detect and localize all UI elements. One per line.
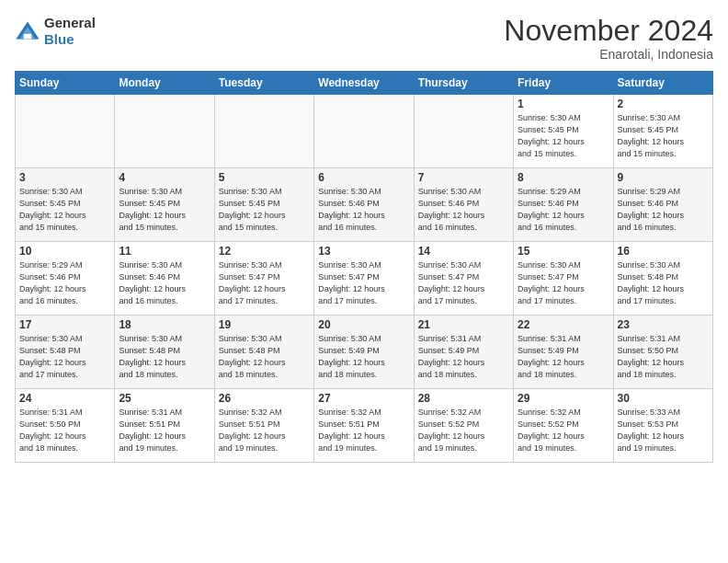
day-info: Sunrise: 5:30 AM Sunset: 5:45 PM Dayligh… [119,186,210,234]
day-info: Sunrise: 5:29 AM Sunset: 5:46 PM Dayligh… [19,259,110,307]
day-number: 19 [219,318,310,331]
day-number: 4 [119,171,210,184]
calendar: SundayMondayTuesdayWednesdayThursdayFrid… [15,71,713,463]
weekday-header-saturday: Saturday [613,72,712,95]
weekday-header-wednesday: Wednesday [314,72,414,95]
day-info: Sunrise: 5:33 AM Sunset: 5:53 PM Dayligh… [618,407,709,454]
day-info: Sunrise: 5:32 AM Sunset: 5:52 PM Dayligh… [418,407,509,454]
calendar-cell: 2Sunrise: 5:30 AM Sunset: 5:45 PM Daylig… [613,95,712,168]
day-number: 13 [318,245,409,258]
day-number: 27 [318,392,409,405]
day-number: 7 [418,171,509,184]
day-number: 23 [618,318,709,331]
svg-rect-2 [24,34,31,40]
calendar-cell: 6Sunrise: 5:30 AM Sunset: 5:46 PM Daylig… [314,168,414,242]
calendar-cell: 21Sunrise: 5:31 AM Sunset: 5:49 PM Dayli… [414,316,513,389]
day-info: Sunrise: 5:30 AM Sunset: 5:47 PM Dayligh… [418,259,509,307]
calendar-cell: 23Sunrise: 5:31 AM Sunset: 5:50 PM Dayli… [613,316,712,389]
day-number: 25 [119,392,210,405]
day-info: Sunrise: 5:30 AM Sunset: 5:46 PM Dayligh… [119,259,210,307]
day-number: 5 [219,171,310,184]
logo-general: General [44,15,96,30]
calendar-cell: 25Sunrise: 5:31 AM Sunset: 5:51 PM Dayli… [115,389,214,463]
calendar-cell [115,95,214,168]
day-number: 26 [219,392,310,405]
day-info: Sunrise: 5:29 AM Sunset: 5:46 PM Dayligh… [518,186,609,234]
day-info: Sunrise: 5:31 AM Sunset: 5:51 PM Dayligh… [119,407,210,454]
calendar-cell: 28Sunrise: 5:32 AM Sunset: 5:52 PM Dayli… [414,389,513,463]
day-info: Sunrise: 5:30 AM Sunset: 5:48 PM Dayligh… [618,259,709,307]
day-info: Sunrise: 5:30 AM Sunset: 5:46 PM Dayligh… [418,186,509,234]
day-number: 24 [19,392,110,405]
calendar-cell: 8Sunrise: 5:29 AM Sunset: 5:46 PM Daylig… [514,168,613,242]
day-info: Sunrise: 5:32 AM Sunset: 5:51 PM Dayligh… [318,407,409,454]
calendar-week-1: 1Sunrise: 5:30 AM Sunset: 5:45 PM Daylig… [16,95,713,168]
day-number: 28 [418,392,509,405]
day-number: 21 [418,318,509,331]
day-number: 10 [19,245,110,258]
location: Enarotali, Indonesia [504,47,713,62]
day-number: 18 [119,318,210,331]
logo-text: General Blue [44,15,96,48]
calendar-cell: 14Sunrise: 5:30 AM Sunset: 5:47 PM Dayli… [414,242,513,316]
calendar-cell: 5Sunrise: 5:30 AM Sunset: 5:45 PM Daylig… [214,168,313,242]
day-info: Sunrise: 5:32 AM Sunset: 5:52 PM Dayligh… [518,407,609,454]
calendar-cell: 29Sunrise: 5:32 AM Sunset: 5:52 PM Dayli… [514,389,613,463]
weekday-header-friday: Friday [514,72,613,95]
day-info: Sunrise: 5:31 AM Sunset: 5:49 PM Dayligh… [518,333,609,381]
calendar-week-4: 17Sunrise: 5:30 AM Sunset: 5:48 PM Dayli… [16,316,713,389]
day-number: 20 [318,318,409,331]
calendar-week-2: 3Sunrise: 5:30 AM Sunset: 5:45 PM Daylig… [16,168,713,242]
logo-blue: Blue [44,31,74,47]
day-number: 3 [19,171,110,184]
calendar-cell: 15Sunrise: 5:30 AM Sunset: 5:47 PM Dayli… [514,242,613,316]
calendar-cell: 18Sunrise: 5:30 AM Sunset: 5:48 PM Dayli… [115,316,214,389]
day-info: Sunrise: 5:31 AM Sunset: 5:50 PM Dayligh… [618,333,709,381]
calendar-cell: 20Sunrise: 5:30 AM Sunset: 5:49 PM Dayli… [314,316,414,389]
calendar-cell: 3Sunrise: 5:30 AM Sunset: 5:45 PM Daylig… [16,168,115,242]
day-number: 15 [518,245,609,258]
day-info: Sunrise: 5:30 AM Sunset: 5:47 PM Dayligh… [518,259,609,307]
page: General Blue November 2024 Enarotali, In… [0,0,728,563]
day-info: Sunrise: 5:32 AM Sunset: 5:51 PM Dayligh… [219,407,310,454]
logo-icon [15,18,40,44]
calendar-cell [314,95,414,168]
day-info: Sunrise: 5:30 AM Sunset: 5:45 PM Dayligh… [518,112,609,160]
weekday-header-thursday: Thursday [414,72,513,95]
calendar-cell: 17Sunrise: 5:30 AM Sunset: 5:48 PM Dayli… [16,316,115,389]
calendar-cell: 11Sunrise: 5:30 AM Sunset: 5:46 PM Dayli… [115,242,214,316]
calendar-cell: 24Sunrise: 5:31 AM Sunset: 5:50 PM Dayli… [16,389,115,463]
calendar-cell: 19Sunrise: 5:30 AM Sunset: 5:48 PM Dayli… [214,316,313,389]
calendar-cell [414,95,513,168]
weekday-header-tuesday: Tuesday [214,72,313,95]
calendar-cell [214,95,313,168]
day-number: 22 [518,318,609,331]
calendar-cell [16,95,115,168]
day-info: Sunrise: 5:30 AM Sunset: 5:48 PM Dayligh… [119,333,210,381]
weekday-header-monday: Monday [115,72,214,95]
day-number: 9 [618,171,709,184]
day-number: 30 [618,392,709,405]
day-info: Sunrise: 5:30 AM Sunset: 5:48 PM Dayligh… [19,333,110,381]
day-info: Sunrise: 5:30 AM Sunset: 5:49 PM Dayligh… [318,333,409,381]
calendar-cell: 26Sunrise: 5:32 AM Sunset: 5:51 PM Dayli… [214,389,313,463]
calendar-cell: 12Sunrise: 5:30 AM Sunset: 5:47 PM Dayli… [214,242,313,316]
calendar-week-5: 24Sunrise: 5:31 AM Sunset: 5:50 PM Dayli… [16,389,713,463]
calendar-cell: 22Sunrise: 5:31 AM Sunset: 5:49 PM Dayli… [514,316,613,389]
day-info: Sunrise: 5:30 AM Sunset: 5:45 PM Dayligh… [618,112,709,160]
calendar-cell: 7Sunrise: 5:30 AM Sunset: 5:46 PM Daylig… [414,168,513,242]
day-info: Sunrise: 5:30 AM Sunset: 5:45 PM Dayligh… [19,186,110,234]
weekday-header-sunday: Sunday [16,72,115,95]
day-number: 12 [219,245,310,258]
calendar-cell: 10Sunrise: 5:29 AM Sunset: 5:46 PM Dayli… [16,242,115,316]
calendar-cell: 27Sunrise: 5:32 AM Sunset: 5:51 PM Dayli… [314,389,414,463]
day-number: 14 [418,245,509,258]
day-number: 16 [618,245,709,258]
day-number: 1 [518,98,609,110]
calendar-week-3: 10Sunrise: 5:29 AM Sunset: 5:46 PM Dayli… [16,242,713,316]
logo: General Blue [15,15,96,48]
calendar-cell: 30Sunrise: 5:33 AM Sunset: 5:53 PM Dayli… [613,389,712,463]
day-info: Sunrise: 5:30 AM Sunset: 5:47 PM Dayligh… [219,259,310,307]
calendar-header-row: SundayMondayTuesdayWednesdayThursdayFrid… [16,72,713,95]
day-number: 8 [518,171,609,184]
